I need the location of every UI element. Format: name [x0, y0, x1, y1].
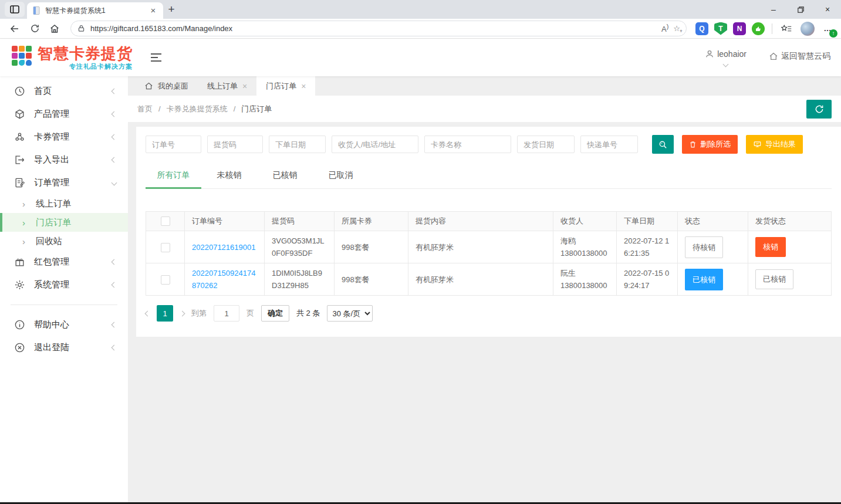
refresh-button[interactable]: [806, 100, 832, 119]
window-restore-button[interactable]: [787, 0, 814, 19]
page-tab-online-orders[interactable]: 线上订单 ×: [198, 76, 256, 96]
new-tab-button[interactable]: +: [163, 1, 180, 18]
row-checkbox[interactable]: [161, 275, 170, 285]
order-no-link[interactable]: 202207150924174870262: [192, 269, 255, 290]
page-size-select[interactable]: 30 条/页: [327, 305, 373, 322]
goto-label: 到第: [191, 308, 207, 319]
red-packet-icon: [14, 256, 26, 268]
next-page-icon[interactable]: [180, 310, 185, 316]
browser-tab[interactable]: 智慧卡券提货系统1 ×: [27, 2, 163, 19]
ship-date-input[interactable]: [517, 136, 575, 153]
export-results-button[interactable]: 导出结果: [746, 135, 803, 154]
app-logo[interactable]: 智慧卡券提货 专注礼品卡解决方案: [11, 45, 133, 71]
sidebar-item-store-orders[interactable]: › 门店订单: [0, 213, 128, 232]
page-tab-label: 我的桌面: [158, 81, 188, 92]
sidebar-collapse-button[interactable]: [150, 53, 162, 62]
chevron-right-icon: ›: [22, 218, 25, 228]
browser-menu-button[interactable]: …↑: [820, 21, 835, 36]
read-aloud-icon[interactable]: A): [661, 23, 668, 33]
window-minimize-button[interactable]: –: [760, 0, 787, 19]
sidebar-item-logout[interactable]: 退出登陆: [0, 336, 128, 359]
extension-q-icon[interactable]: Q: [695, 22, 708, 35]
page-number-current[interactable]: 1: [157, 305, 173, 322]
window-close-button[interactable]: ×: [814, 0, 841, 19]
favorite-star-icon[interactable]: ☆+: [673, 24, 680, 33]
tab-all-orders[interactable]: 所有订单: [146, 165, 201, 188]
profile-avatar[interactable]: [801, 22, 815, 36]
status-tabs: 所有订单 未核销 已核销 已取消: [146, 165, 832, 189]
reload-button[interactable]: [26, 21, 43, 37]
delete-selected-label: 删除所选: [700, 139, 731, 150]
confirm-button[interactable]: 确定: [261, 305, 289, 322]
order-no-link[interactable]: 202207121619001: [192, 243, 255, 252]
logo-text: 智慧卡券提货 专注礼品卡解决方案: [38, 45, 133, 71]
table-row: 202207121619001 3VG0O53M1JL0F0F935DF 998…: [146, 231, 832, 263]
favicon: [32, 6, 41, 15]
receiver-phone: 13800138000: [560, 247, 609, 259]
content-card: 删除所选 导出结果 所有订单 未核销 已核销 已取消: [136, 127, 841, 337]
prev-page-icon[interactable]: [145, 310, 151, 316]
pagination: 1 到第 页 确定 共 2 条 30 条/页: [146, 305, 832, 322]
sidebar-item-home[interactable]: 首页: [0, 80, 128, 103]
tab-actions-button[interactable]: [5, 2, 25, 17]
home-button[interactable]: [46, 21, 63, 37]
goto-page-input[interactable]: [214, 305, 239, 322]
order-date-cell: 2022-07-15 09:24:17: [617, 263, 678, 296]
tab-close-icon[interactable]: ×: [301, 82, 306, 91]
back-button[interactable]: [6, 21, 23, 37]
user-menu[interactable]: leohaior: [705, 49, 747, 66]
card-name-input[interactable]: [424, 136, 511, 153]
delete-selected-button[interactable]: 删除所选: [682, 135, 738, 154]
page-tab-store-orders[interactable]: 门店订单 ×: [256, 76, 315, 96]
select-all-checkbox[interactable]: [161, 217, 170, 226]
verify-button[interactable]: 核销: [755, 237, 786, 257]
order-date-input[interactable]: [269, 136, 326, 153]
verified-button[interactable]: 已核销: [755, 269, 793, 289]
tab-verified[interactable]: 已核销: [257, 165, 313, 188]
chevron-left-icon: [112, 157, 117, 163]
extension-thumb-icon[interactable]: [752, 22, 765, 35]
receiver-input[interactable]: [332, 136, 418, 153]
sidebar-item-recycle-bin[interactable]: › 回收站: [0, 232, 128, 251]
sidebar-item-label: 帮助中心: [34, 319, 104, 330]
tab-close-icon[interactable]: ×: [148, 5, 158, 16]
address-bar[interactable]: https://giftcard.165183.com/Manage/index…: [70, 21, 687, 36]
status-badge: 待核销: [685, 236, 723, 258]
sidebar-item-import-export[interactable]: 导入导出: [0, 148, 128, 171]
breadcrumb-item[interactable]: 首页: [137, 104, 153, 114]
sidebar-item-help[interactable]: 帮助中心: [0, 313, 128, 336]
chevron-left-icon: [112, 322, 117, 328]
order-no-input[interactable]: [146, 136, 201, 153]
url-text[interactable]: https://giftcard.165183.com/Manage/index: [90, 24, 657, 33]
sidebar-item-cards[interactable]: 卡券管理: [0, 126, 128, 148]
browser-toolbar: https://giftcard.165183.com/Manage/index…: [0, 19, 841, 39]
sidebar-item-label: 红包管理: [34, 256, 104, 268]
sidebar-item-system[interactable]: 系统管理: [0, 273, 128, 296]
export-icon: [753, 140, 762, 148]
logo-qr-icon: [11, 45, 33, 67]
row-checkbox[interactable]: [161, 243, 170, 252]
browser-tab-strip: 智慧卡券提货系统1 × + – ×: [0, 0, 841, 19]
tab-unverified[interactable]: 未核销: [201, 165, 257, 188]
search-button[interactable]: [652, 135, 674, 154]
sidebar-item-products[interactable]: 产品管理: [0, 103, 128, 126]
sidebar-item-orders[interactable]: 订单管理: [0, 171, 128, 194]
tracking-no-input[interactable]: [580, 136, 638, 153]
extension-shield-icon[interactable]: T: [714, 22, 727, 35]
extension-onenote-icon[interactable]: N: [733, 22, 746, 35]
chevron-left-icon: [112, 89, 117, 94]
pickup-code-cell: 1DIM0I5J8LB9D31Z9H85: [265, 263, 335, 296]
favorites-bar-icon[interactable]: [778, 21, 795, 37]
breadcrumb-bar: 首页 / 卡券兑换提货系统 / 门店订单: [128, 96, 841, 122]
sidebar-item-red-packets[interactable]: 红包管理: [0, 251, 128, 273]
breadcrumb-item[interactable]: 卡券兑换提货系统: [167, 104, 228, 114]
return-home-link[interactable]: 返回智慧云码: [769, 49, 830, 62]
table-row: 202207150924174870262 1DIM0I5J8LB9D31Z9H…: [146, 263, 832, 296]
receiver-name: 阮生: [560, 267, 609, 279]
pickup-code-input[interactable]: [207, 136, 263, 153]
sidebar-item-online-orders[interactable]: › 线上订单: [0, 194, 128, 213]
page-tab-desktop[interactable]: 我的桌面: [135, 76, 198, 96]
tab-close-icon[interactable]: ×: [242, 82, 247, 91]
column-header: 提货内容: [408, 212, 553, 231]
tab-cancelled[interactable]: 已取消: [313, 165, 369, 188]
